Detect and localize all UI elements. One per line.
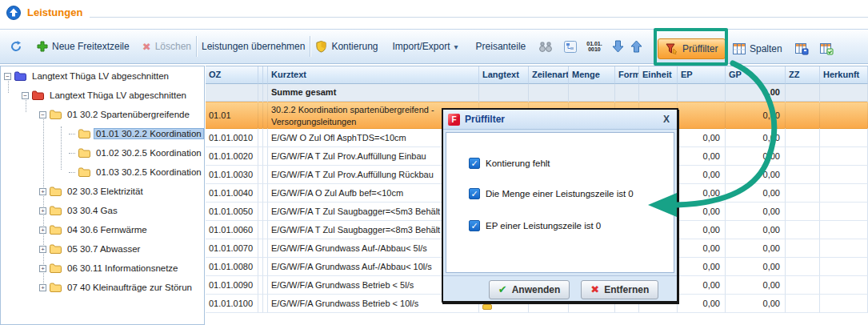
tree-item[interactable]: + 06 30.11 Informationsnetze [1,259,204,278]
expand-icon[interactable]: + [39,227,46,234]
refresh-icon [10,40,22,53]
cell-ep: 0,00 [678,276,726,295]
column-header-GP[interactable]: GP [726,66,786,84]
expand-icon[interactable]: + [39,207,46,215]
tree-item[interactable]: + 03 30.4 Gas [1,201,204,220]
arrow-up-icon [630,40,642,53]
prueffilter-button[interactable]: Prüffilter [658,38,726,59]
cell-herkunft [820,166,868,184]
summary-row[interactable]: Summe gesamt0,00 [206,84,868,102]
column-header-Zeilenart[interactable]: Zeilenart [529,66,569,84]
cell-zz [786,258,820,276]
tree-item-label: 01.03 30.2.5 Koordination [94,167,204,178]
delete-button: ✖ Löschen [142,41,191,53]
preisanteile-button[interactable]: Preisanteile [476,41,526,52]
checkbox-checked-icon[interactable]: ✓ [469,220,480,231]
cell-oz: 01.01.0080 [206,258,258,276]
take-over-button[interactable]: Leistungen übernehmen [202,41,305,52]
move-down-button[interactable] [612,40,624,53]
tree-item[interactable]: − Langtext Thüga LV abgeschnitten [1,66,204,86]
tree-item[interactable]: 01.02 30.2.5 Koordination [1,143,204,162]
column-header-Herkunft[interactable]: Herkunft [820,66,868,84]
move-up-button[interactable] [630,40,642,53]
dialog-title: Prüffilter [465,114,656,125]
cell-oz: 01.01.0010 [206,129,258,147]
expand-icon[interactable]: + [39,284,46,291]
column-header-Einheit[interactable]: Einheit [639,66,678,84]
import-export-menu[interactable]: Import/Export ▾ [392,41,458,52]
cell-oz: 01.01.0030 [206,166,258,184]
checkbox-checked-icon[interactable]: ✓ [469,158,480,169]
cell-gp: 0,00 [726,203,786,221]
dialog-body: ✓Kontierung fehlt✓Die Menge einer Leistu… [446,132,674,273]
tree-item[interactable]: − Langtext Thüga LV abgeschnitten [1,86,204,105]
collapse-icon[interactable]: − [4,73,11,80]
cell-ep: 0,00 [678,184,726,203]
collapse-icon[interactable]: − [22,92,29,99]
cell-ep: 0,00 [678,239,726,258]
apply-button[interactable]: ✔ Anwenden [489,280,570,299]
column-header-Menge[interactable]: Menge [569,66,615,84]
oz-numbering-button[interactable]: 01.01. 0010 [586,41,602,52]
cell-oz: 01.01 [206,102,258,129]
kontierung-button[interactable]: Kontierung [315,40,378,53]
toolbar-separator [196,36,197,57]
shield-icon [315,40,327,53]
close-icon[interactable]: X [661,114,672,125]
column-header-EP[interactable]: EP [678,66,726,84]
tree-item-label: 07 40 Kleinaufträge zur Störun [65,282,194,293]
cell-gp: 0,00 [726,102,786,129]
cell-form [615,84,639,102]
cell-menge [569,84,615,102]
tree-item[interactable]: + 04 30.6 Fernwärme [1,220,204,239]
dialog-checkbox-row[interactable]: ✓Die Menge einer Leistungszeile ist 0 [469,186,674,202]
cell-zz [786,276,820,295]
expand-icon[interactable]: + [39,188,46,195]
tree-item[interactable]: + 05 30.7 Abwasser [1,239,204,259]
save-layout-button[interactable] [795,43,809,55]
tree-item[interactable]: − 01 30.2 Spartenübergreifende [1,105,204,124]
panel-header: Leistungen [0,0,868,26]
reset-layout-button[interactable] [820,43,834,55]
column-header-OZ[interactable]: OZ [206,66,258,84]
folder-icon [32,90,44,100]
tree-item[interactable]: + 07 40 Kleinaufträge zur Störun [1,278,204,297]
column-header-Langtext[interactable]: Langtext [479,66,529,84]
spalten-button[interactable]: Spalten [733,43,782,54]
tree-item-label: 05 30.7 Abwasser [65,243,142,255]
folder-icon [50,206,62,215]
cell-herkunft [820,102,868,129]
checkbox-checked-icon[interactable]: ✓ [469,188,480,199]
cell-ep [678,84,726,102]
tree-item[interactable]: 01.01 30.2.2 Koordination [1,124,204,143]
tree-item-label: 02 30.3 Elektrizität [65,186,146,197]
column-header-ZZ[interactable]: ZZ [786,66,820,84]
collapse-panel-icon[interactable] [6,6,21,20]
folder-icon [78,129,90,138]
folder-icon [78,167,90,177]
cell-oz: 01.01.0040 [206,184,258,203]
collapse-icon[interactable]: − [39,111,46,118]
tree-item[interactable]: 01.03 30.2.5 Koordination [1,162,204,182]
cell-zz [786,102,820,129]
expand-icon[interactable]: + [39,265,46,272]
cell-herkunft [820,239,868,258]
dialog-checkbox-row[interactable]: ✓Kontierung fehlt [469,155,674,171]
tree-item[interactable]: + 02 30.3 Elektrizität [1,182,204,201]
remove-button[interactable]: ✖ Entfernen [581,280,658,299]
column-header-Form[interactable]: Form [615,66,639,84]
new-freetext-button[interactable]: Neue Freitextzeile [37,41,130,52]
tree-item-label: 03 30.4 Gas [65,205,120,216]
refresh-button[interactable] [10,40,22,53]
folder-icon [50,225,62,235]
grid-save-icon [795,43,809,55]
dialog-titlebar[interactable]: F Prüffilter X [443,110,677,130]
dialog-checkbox-row[interactable]: ✓EP einer Leistungszeile ist 0 [469,218,674,234]
tree-item-label: 01.01 30.2.2 Koordination [94,128,204,139]
expand-icon[interactable]: + [39,246,46,253]
column-header-Kurztext[interactable]: Kurztext [268,66,479,84]
arrow-down-icon [612,40,624,53]
structure-view-button[interactable] [564,41,577,53]
cell-herkunft [820,84,868,102]
page-title: Leistungen [27,6,82,18]
